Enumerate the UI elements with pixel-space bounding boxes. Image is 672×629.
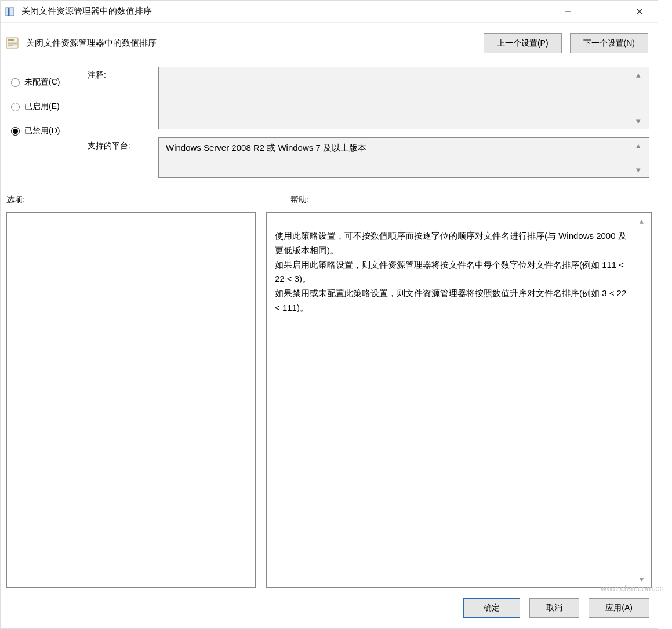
help-label: 帮助:: [290, 195, 309, 205]
apply-button[interactable]: 应用(A): [589, 598, 649, 618]
comment-label: 注释:: [88, 67, 151, 129]
svg-rect-3: [601, 9, 606, 14]
policy-editor-window: 关闭文件资源管理器中的数值排序: [0, 0, 658, 629]
scroll-down-icon[interactable]: ▾: [636, 116, 646, 126]
policy-icon: [5, 36, 20, 51]
svg-rect-1: [8, 8, 10, 16]
panes-row: 使用此策略设置，可不按数值顺序而按逐字位的顺序对文件名进行排序(与 Window…: [1, 212, 658, 588]
radio-disabled-input[interactable]: [11, 127, 20, 136]
scroll-down-icon[interactable]: ▾: [636, 165, 646, 175]
fields: 注释: ▴ ▾ 支持的平台: Windows Server 2008 R2 或 …: [88, 67, 652, 178]
titlebar[interactable]: 关闭文件资源管理器中的数值排序: [1, 1, 658, 23]
maximize-button[interactable]: [586, 1, 622, 22]
supported-value: Windows Server 2008 R2 或 Windows 7 及以上版本: [166, 143, 366, 154]
scroll-up-icon[interactable]: ▴: [636, 70, 646, 80]
pane-labels: 选项: 帮助:: [1, 179, 658, 212]
radio-not-configured[interactable]: 未配置(C): [6, 71, 88, 96]
content-area: 关闭文件资源管理器中的数值排序 上一个设置(P) 下一个设置(N) 未配置(C)…: [1, 23, 658, 628]
supported-label: 支持的平台:: [88, 137, 151, 178]
help-text: 使用此策略设置，可不按数值顺序而按逐字位的顺序对文件名进行排序(与 Window…: [267, 213, 640, 587]
scroll-down-icon[interactable]: ▾: [640, 575, 651, 584]
app-icon: [4, 6, 16, 17]
svg-rect-10: [8, 45, 13, 46]
header-row: 关闭文件资源管理器中的数值排序 上一个设置(P) 下一个设置(N): [1, 23, 658, 63]
help-scrollbar[interactable]: ▴ ▾: [640, 213, 651, 587]
options-label: 选项:: [6, 195, 256, 205]
nav-buttons: 上一个设置(P) 下一个设置(N): [484, 33, 648, 53]
radio-disabled-label: 已禁用(D): [24, 126, 60, 136]
svg-rect-7: [8, 39, 14, 41]
window-controls: [550, 1, 658, 22]
ok-button[interactable]: 确定: [463, 598, 520, 618]
options-pane: [6, 212, 256, 588]
minimize-button[interactable]: [550, 1, 586, 22]
radio-disabled[interactable]: 已禁用(D): [6, 120, 88, 144]
radio-not-configured-label: 未配置(C): [24, 77, 60, 88]
radio-enabled-label: 已启用(E): [24, 101, 60, 112]
scrollbar[interactable]: ▴ ▾: [636, 140, 646, 175]
window-title: 关闭文件资源管理器中的数值排序: [21, 6, 550, 17]
previous-setting-button[interactable]: 上一个设置(P): [484, 33, 562, 53]
comment-textarea[interactable]: ▴ ▾: [158, 67, 649, 129]
next-setting-button[interactable]: 下一个设置(N): [570, 33, 648, 53]
radio-not-configured-input[interactable]: [11, 78, 20, 87]
svg-rect-6: [6, 38, 18, 48]
close-button[interactable]: [622, 1, 658, 22]
scroll-up-icon[interactable]: ▴: [636, 140, 646, 151]
policy-heading: 关闭文件资源管理器中的数值排序: [26, 38, 484, 49]
scroll-up-icon[interactable]: ▴: [640, 216, 651, 226]
cancel-button[interactable]: 取消: [529, 598, 579, 618]
radio-enabled[interactable]: 已启用(E): [6, 96, 88, 120]
svg-rect-0: [6, 8, 14, 16]
help-pane: 使用此策略设置，可不按数值顺序而按逐字位的顺序对文件名进行排序(与 Window…: [266, 212, 652, 588]
supported-box: Windows Server 2008 R2 或 Windows 7 及以上版本…: [158, 137, 649, 178]
scrollbar[interactable]: ▴ ▾: [636, 70, 646, 126]
svg-rect-8: [8, 42, 17, 43]
state-radios: 未配置(C) 已启用(E) 已禁用(D): [6, 67, 88, 178]
svg-rect-9: [8, 43, 17, 45]
footer-buttons: 确定 取消 应用(A): [1, 588, 658, 628]
upper-section: 未配置(C) 已启用(E) 已禁用(D) 注释: ▴ ▾: [1, 63, 658, 179]
radio-enabled-input[interactable]: [11, 103, 20, 111]
watermark-text: www.cfan.com.cn: [601, 584, 664, 593]
